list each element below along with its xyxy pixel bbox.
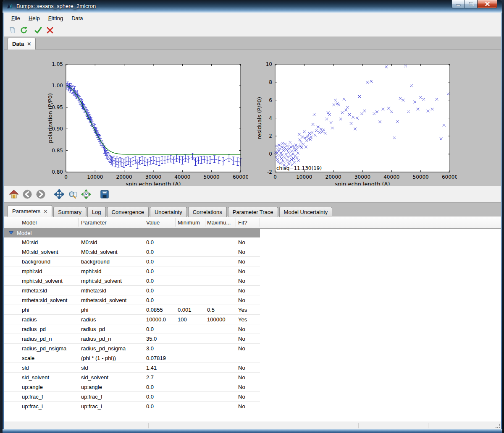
table-row[interactable]: up:angleup:angle0.0No bbox=[4, 382, 260, 392]
reload-icon[interactable] bbox=[18, 25, 29, 35]
tab-model-uncertainty[interactable]: Model Uncertainty bbox=[279, 207, 333, 217]
minimize-button[interactable] bbox=[452, 0, 465, 8]
table-row[interactable]: mtheta:sld_solventmtheta:sld_solvent0.0N… bbox=[4, 295, 260, 305]
cell: M0:sld_solvent bbox=[22, 247, 58, 256]
table-row[interactable]: radius_pd_nradius_pd_n35.0No bbox=[4, 334, 260, 344]
status-divider bbox=[148, 423, 149, 428]
resize-grip[interactable] bbox=[495, 423, 500, 428]
column-header-parameter[interactable]: Parameter bbox=[81, 217, 107, 228]
window-controls bbox=[452, 0, 497, 8]
cell: 0.0 bbox=[146, 276, 154, 285]
cell: background bbox=[81, 257, 110, 266]
cell: 0.0 bbox=[146, 266, 154, 276]
tab-data[interactable]: Data✕ bbox=[8, 38, 36, 50]
app-icon bbox=[7, 3, 13, 10]
cell: 100000 bbox=[207, 315, 225, 324]
column-header-fit[interactable]: Fit? bbox=[238, 217, 247, 228]
cell: 0.07819 bbox=[146, 353, 166, 363]
titlebar[interactable]: Bumps: sesans_sphere_2micron bbox=[3, 0, 502, 13]
menu-data[interactable]: Data bbox=[67, 13, 87, 23]
table-group-row[interactable]: Model bbox=[4, 228, 260, 237]
table-row[interactable]: phiphi0.08550.0010.5Yes bbox=[4, 305, 260, 315]
svg-text:polarization (P/P0): polarization (P/P0) bbox=[47, 93, 53, 143]
table-row[interactable]: sld_solventsld_solvent2.7No bbox=[4, 373, 260, 382]
table-row[interactable]: M0:sldM0:sld0.0No bbox=[4, 237, 260, 247]
table-row[interactable]: M0:sld_solventM0:sld_solvent0.0No bbox=[4, 247, 260, 257]
tab-parameters[interactable]: Parameters✕ bbox=[8, 205, 52, 217]
cell: sld_solvent bbox=[22, 373, 49, 382]
tab-label: Summary bbox=[58, 209, 81, 215]
cell: 0.0855 bbox=[146, 305, 163, 314]
tab-label: Log bbox=[92, 209, 101, 215]
table-row[interactable]: mtheta:sldmtheta:sld0.0No bbox=[4, 286, 260, 295]
cell: No bbox=[238, 334, 245, 343]
svg-text:0: 0 bbox=[64, 174, 68, 180]
collapse-triangle-icon[interactable] bbox=[9, 231, 13, 235]
column-header-value[interactable]: Value bbox=[146, 217, 160, 228]
menu-help[interactable]: Help bbox=[24, 13, 44, 23]
table-row[interactable]: radius_pd_nsigmaradius_pd_nsigma3.0No bbox=[4, 344, 260, 353]
window-client-area: FileHelpFittingData Data✕ 01000020000300… bbox=[4, 13, 501, 429]
menu-fitting[interactable]: Fitting bbox=[44, 13, 67, 23]
svg-text:60000: 60000 bbox=[442, 174, 457, 180]
cell: 0.0 bbox=[146, 324, 154, 334]
maximize-button[interactable] bbox=[465, 0, 478, 8]
cell: Yes bbox=[238, 305, 247, 314]
panel-tabstrip: Parameters✕SummaryLogConvergenceUncertai… bbox=[4, 202, 501, 217]
svg-text:0: 0 bbox=[269, 151, 272, 157]
cell: mphi:sld bbox=[81, 266, 101, 276]
tab-summary[interactable]: Summary bbox=[53, 207, 86, 217]
cell: No bbox=[238, 237, 245, 247]
cell: No bbox=[238, 276, 245, 285]
subplots-icon[interactable] bbox=[80, 188, 92, 201]
menu-file[interactable]: File bbox=[7, 13, 24, 23]
table-row[interactable]: backgroundbackground0.0No bbox=[4, 257, 260, 266]
home-icon[interactable] bbox=[8, 188, 20, 201]
forward-icon[interactable] bbox=[34, 188, 47, 201]
table-row[interactable]: sldsld1.41No bbox=[4, 363, 260, 373]
column-divider bbox=[175, 218, 176, 227]
cell: mtheta:sld bbox=[81, 286, 106, 295]
cell: up:angle bbox=[81, 382, 102, 391]
table-row[interactable]: up:frac_iup:frac_i0.0No bbox=[4, 402, 260, 411]
document-icon[interactable] bbox=[7, 25, 18, 35]
tab-convergence[interactable]: Convergence bbox=[107, 207, 149, 217]
residuals-plot[interactable]: 0100002000030000400005000060000-20246810… bbox=[255, 59, 457, 185]
table-row[interactable]: mphi:sld_solventmphi:sld_solvent0.0No bbox=[4, 276, 260, 286]
table-row[interactable]: mphi:sldmphi:sld0.0No bbox=[4, 266, 260, 276]
back-icon[interactable] bbox=[21, 188, 34, 201]
cell: Yes bbox=[238, 315, 247, 324]
tab-uncertainty[interactable]: Uncertainty bbox=[150, 207, 187, 217]
zoom-icon[interactable] bbox=[66, 188, 79, 201]
cell: No bbox=[238, 392, 245, 401]
table-row[interactable]: scale(phi * (1 - phi))0.07819 bbox=[4, 353, 260, 363]
save-icon[interactable] bbox=[98, 188, 111, 201]
tab-close-icon[interactable]: ✕ bbox=[43, 209, 47, 214]
column-header-minimum[interactable]: Minimum bbox=[178, 217, 200, 228]
tab-parameter-trace[interactable]: Parameter Trace bbox=[228, 207, 278, 217]
close-button[interactable] bbox=[478, 0, 497, 8]
svg-text:50000: 50000 bbox=[204, 174, 220, 180]
svg-text:8: 8 bbox=[269, 79, 272, 85]
tab-correlations[interactable]: Correlations bbox=[188, 207, 227, 217]
tab-log[interactable]: Log bbox=[87, 207, 106, 217]
cell: No bbox=[238, 257, 245, 266]
svg-text:1.05: 1.05 bbox=[52, 61, 63, 67]
svg-text:10000: 10000 bbox=[296, 174, 312, 180]
accept-icon[interactable] bbox=[33, 25, 44, 35]
cell: 0.0 bbox=[146, 392, 154, 401]
svg-text:0: 0 bbox=[273, 174, 277, 180]
column-header-model[interactable]: Model bbox=[22, 217, 37, 228]
tab-label: Uncertainty bbox=[155, 209, 182, 215]
table-row[interactable]: up:frac_fup:frac_f0.0No bbox=[4, 392, 260, 402]
cancel-icon[interactable] bbox=[45, 25, 55, 35]
tab-close-icon[interactable]: ✕ bbox=[27, 42, 31, 47]
svg-text:20000: 20000 bbox=[326, 174, 341, 180]
column-header-maximu[interactable]: Maximu... bbox=[207, 217, 231, 228]
polarization-plot[interactable]: 01000020000300004000050000600000.800.850… bbox=[46, 59, 248, 185]
table-row[interactable]: radiusradius10000.0100100000Yes bbox=[4, 315, 260, 324]
cell: phi bbox=[22, 305, 29, 314]
tab-label: Parameters bbox=[12, 208, 40, 214]
table-row[interactable]: radius_pdradius_pd0.0No bbox=[4, 324, 260, 334]
pan-icon[interactable] bbox=[53, 188, 66, 201]
